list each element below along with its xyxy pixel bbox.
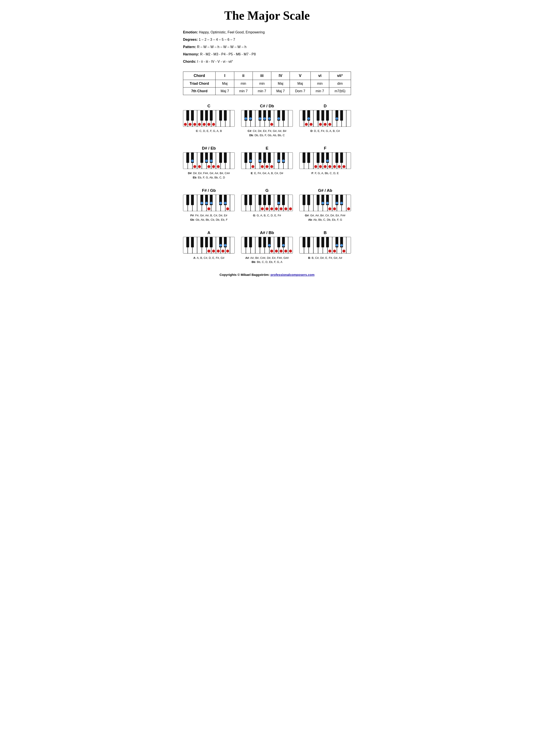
svg-rect-66	[317, 110, 319, 121]
svg-point-309	[328, 250, 331, 253]
svg-point-232	[333, 207, 336, 210]
svg-point-311	[343, 250, 345, 253]
piano-keyboard	[241, 237, 293, 254]
svg-rect-226	[317, 195, 319, 205]
harmony-label: Harmony:	[183, 52, 199, 56]
svg-rect-147	[321, 152, 324, 163]
svg-point-236	[336, 202, 338, 204]
svg-point-260	[221, 250, 225, 253]
pattern-value: R – W – W – h – W – W – W – h	[197, 45, 246, 49]
svg-rect-68	[326, 110, 329, 121]
harmony-value: R - M2 - M3 - P4 - P5 - M6 - M7 - P8	[200, 52, 256, 56]
piano-keyboard	[241, 195, 293, 212]
svg-rect-281	[277, 237, 280, 247]
svg-point-286	[284, 250, 287, 253]
svg-rect-18	[224, 110, 227, 121]
svg-point-231	[328, 207, 331, 210]
footer-link[interactable]: professionalcomposers.com	[270, 273, 314, 277]
svg-point-125	[261, 165, 264, 168]
svg-point-131	[282, 159, 285, 162]
key-label: C# / Db	[260, 104, 274, 108]
svg-point-233	[347, 207, 350, 210]
svg-point-98	[198, 165, 201, 168]
svg-rect-95	[219, 152, 222, 163]
key-notes: C: C, D, E, F, G, A, B	[196, 129, 222, 133]
svg-point-312	[336, 244, 338, 247]
svg-point-288	[268, 244, 271, 247]
svg-point-259	[217, 250, 220, 253]
piano-keyboard	[299, 237, 351, 254]
svg-point-235	[326, 202, 329, 204]
svg-point-209	[284, 207, 287, 210]
key-label: C	[207, 104, 210, 108]
svg-point-210	[289, 207, 292, 210]
svg-rect-253	[205, 237, 208, 247]
piano-keyboard	[183, 195, 235, 212]
svg-point-184	[224, 202, 226, 204]
footer: Copyrights © Mikael Baggström: professio…	[183, 273, 351, 277]
svg-point-237	[340, 202, 343, 204]
svg-point-49	[263, 117, 266, 120]
svg-point-128	[249, 159, 252, 162]
svg-rect-198	[249, 195, 252, 205]
piano-keyboard	[299, 110, 351, 127]
svg-rect-197	[244, 195, 247, 205]
svg-rect-143	[346, 152, 351, 169]
key-item: A# / BbA#: A#, B#, C##, D#, E#, F##, G##…	[241, 230, 293, 264]
keyboard-grid: CC: C, D, E, F, G, A, BC# / DbC#: C#, D#…	[183, 104, 351, 264]
key-notes: C#: C#, D#, E#, F#, G#, A#, B#Db: Db, Eb…	[248, 129, 286, 137]
key-notes: F: F, G, A, Bb, C, D, E	[312, 171, 339, 176]
key-notes: A: A, B, C#, D, E, F#, G#	[193, 256, 224, 260]
key-item: EE: E, F#, G#, A, B, C#, D#	[241, 146, 293, 179]
svg-point-51	[278, 117, 280, 120]
svg-point-23	[203, 123, 206, 126]
chord-table: ChordIiiiiiIVVvivii° Triad ChordMajminmi…	[183, 71, 351, 95]
svg-point-207	[275, 207, 278, 210]
svg-rect-16	[210, 110, 213, 121]
svg-rect-252	[200, 237, 203, 247]
svg-point-130	[278, 159, 280, 162]
svg-rect-89	[230, 152, 235, 169]
svg-point-284	[275, 250, 278, 253]
key-notes: E: E, F#, G#, A, B, C#, D#	[251, 171, 283, 176]
svg-rect-172	[191, 195, 194, 205]
svg-point-46	[244, 117, 247, 120]
svg-point-261	[226, 250, 229, 253]
svg-rect-116	[288, 152, 292, 169]
svg-rect-64	[302, 110, 305, 121]
svg-point-289	[282, 244, 285, 247]
key-notes: A#: A#, B#, C##, D#, E#, F##, G##Bb: Bb,…	[245, 256, 289, 264]
pattern-label: Pattern:	[183, 45, 196, 49]
key-item: BB: B, C#, D#, E, F#, G#, A#	[299, 230, 351, 264]
svg-rect-117	[244, 152, 247, 163]
svg-point-71	[305, 123, 308, 126]
svg-point-258	[212, 250, 215, 253]
piano-keyboard	[183, 152, 235, 170]
svg-rect-302	[302, 237, 305, 247]
svg-rect-199	[259, 195, 261, 205]
svg-point-25	[212, 123, 215, 126]
svg-point-47	[249, 117, 252, 120]
svg-point-99	[207, 165, 210, 168]
svg-point-124	[251, 165, 255, 168]
svg-rect-251	[191, 237, 194, 247]
key-notes: D#: D#, E#, F##, G#, A#, B#, C##Eb: Eb, …	[188, 171, 230, 179]
svg-point-183	[219, 202, 222, 204]
svg-point-104	[210, 159, 213, 162]
svg-rect-306	[326, 237, 329, 247]
key-item: F# / GbF#: F#, G#, A#, B, C#, D#, E#Gb: …	[183, 188, 235, 222]
key-label: D	[324, 104, 327, 108]
svg-rect-120	[263, 152, 266, 163]
svg-point-156	[338, 165, 341, 168]
svg-rect-44	[282, 110, 285, 121]
svg-point-24	[207, 123, 210, 126]
svg-point-310	[333, 250, 336, 253]
svg-rect-225	[307, 195, 310, 205]
svg-rect-92	[200, 152, 203, 163]
svg-point-179	[226, 207, 229, 210]
svg-point-129	[259, 159, 261, 162]
svg-rect-13	[191, 110, 194, 121]
svg-rect-37	[288, 110, 292, 126]
svg-rect-150	[340, 152, 343, 163]
svg-point-178	[207, 207, 210, 210]
